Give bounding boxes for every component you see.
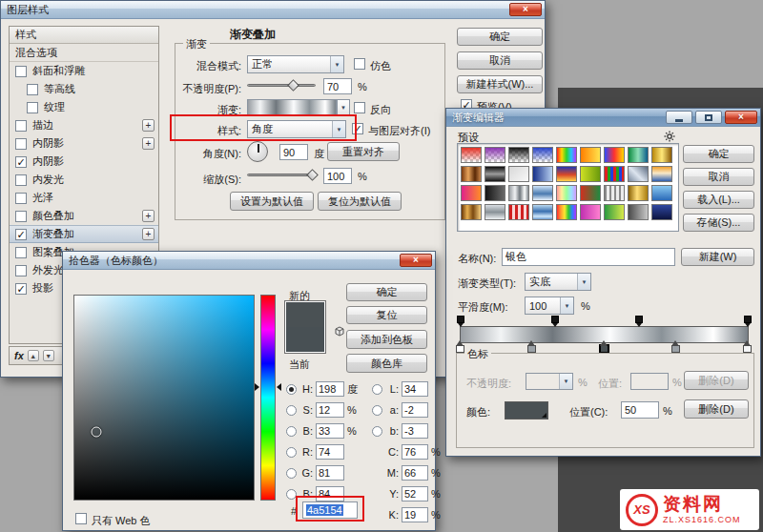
- ok-button[interactable]: 确定: [457, 28, 543, 46]
- color-location-input[interactable]: 50: [621, 401, 659, 419]
- color-libraries-button[interactable]: 颜色库: [346, 354, 427, 373]
- add-effect-icon[interactable]: +: [142, 137, 155, 150]
- gradient-preset-29[interactable]: [508, 204, 529, 220]
- ok-button[interactable]: 确定: [346, 283, 427, 301]
- layer-style-item-1[interactable]: 等高线: [10, 80, 158, 98]
- fx-icon[interactable]: fx: [14, 350, 24, 361]
- cancel-button[interactable]: 取消: [683, 168, 754, 186]
- gradient-preset-7[interactable]: [628, 147, 649, 163]
- layer-style-item-6[interactable]: 内发光: [10, 171, 158, 189]
- gear-icon[interactable]: [662, 129, 677, 144]
- gradient-preset-17[interactable]: [651, 166, 672, 182]
- gradient-preset-1[interactable]: [485, 147, 505, 163]
- gradient-preset-13[interactable]: [556, 166, 577, 182]
- gradient-preset-0[interactable]: [461, 147, 482, 163]
- gamut-cube-icon[interactable]: [333, 325, 345, 339]
- angle-dial[interactable]: [247, 141, 268, 162]
- field-radio[interactable]: [286, 426, 297, 437]
- gradient-preset-33[interactable]: [604, 204, 625, 220]
- delete-color-stop-button[interactable]: 删除(D): [684, 399, 749, 419]
- reverse-checkbox[interactable]: [354, 102, 365, 113]
- close-icon[interactable]: ×: [400, 254, 432, 267]
- style-checkbox[interactable]: [27, 102, 38, 113]
- field-radio[interactable]: [286, 489, 297, 500]
- gradient-preset-14[interactable]: [580, 166, 601, 182]
- gradient-preset-8[interactable]: [651, 147, 672, 163]
- gradient-type-dropdown[interactable]: 实底 ▼: [525, 273, 591, 291]
- name-input[interactable]: 银色: [502, 248, 675, 266]
- smoothness-input[interactable]: 100 ▼: [525, 297, 574, 315]
- gradient-preview-strip[interactable]: [247, 99, 337, 115]
- color-stop[interactable]: [456, 345, 464, 353]
- load-button[interactable]: 载入(L)...: [683, 191, 754, 209]
- blend-mode-dropdown[interactable]: 正常 ▼: [247, 55, 344, 73]
- gradient-picker-button[interactable]: ▼: [337, 99, 350, 115]
- style-checkbox[interactable]: [15, 138, 27, 150]
- style-checkbox[interactable]: [15, 120, 27, 132]
- layer-style-item-8[interactable]: 颜色叠加+: [10, 207, 158, 225]
- gradient-preset-32[interactable]: [580, 204, 601, 220]
- add-effect-icon[interactable]: +: [142, 228, 155, 240]
- layer-style-item-9[interactable]: ✓渐变叠加+: [10, 225, 158, 243]
- gradient-preset-11[interactable]: [508, 166, 529, 182]
- gradient-preset-22[interactable]: [556, 185, 577, 201]
- gradient-preset-5[interactable]: [580, 147, 601, 163]
- style-checkbox[interactable]: [27, 84, 38, 95]
- color-field-marker[interactable]: [91, 427, 101, 438]
- field-input[interactable]: 33: [316, 423, 344, 439]
- style-checkbox[interactable]: ✓: [15, 156, 27, 168]
- field-radio[interactable]: [372, 384, 382, 395]
- gradient-preset-2[interactable]: [508, 147, 529, 163]
- move-down-icon[interactable]: ▼: [43, 350, 54, 361]
- gradient-preset-24[interactable]: [604, 185, 625, 201]
- field-input[interactable]: 19: [402, 507, 428, 522]
- gradient-preset-21[interactable]: [532, 185, 553, 201]
- layer-style-item-4[interactable]: 内阴影+: [10, 134, 158, 153]
- opacity-stop[interactable]: [744, 316, 752, 323]
- style-checkbox[interactable]: ✓: [15, 283, 27, 295]
- blending-options-item[interactable]: 混合选项: [10, 44, 158, 62]
- new-style-button[interactable]: 新建样式(W)...: [457, 75, 543, 93]
- gradient-editor-titlebar[interactable]: 渐变编辑器 ×: [446, 109, 760, 127]
- field-radio[interactable]: [286, 384, 297, 395]
- gradient-preset-6[interactable]: [604, 147, 625, 163]
- field-radio[interactable]: [372, 426, 382, 437]
- gradient-preset-35[interactable]: [651, 204, 672, 220]
- field-input[interactable]: -3: [402, 423, 428, 439]
- field-radio[interactable]: [286, 447, 297, 458]
- style-checkbox[interactable]: [15, 174, 27, 186]
- ok-button[interactable]: 确定: [683, 145, 754, 163]
- align-checkbox[interactable]: ✓: [352, 123, 363, 134]
- gradient-preset-10[interactable]: [485, 166, 505, 182]
- gradient-preset-34[interactable]: [628, 204, 649, 220]
- field-radio[interactable]: [372, 405, 382, 416]
- maximize-icon[interactable]: [695, 111, 722, 124]
- gradient-preset-15[interactable]: [604, 166, 625, 182]
- style-checkbox[interactable]: [15, 265, 27, 276]
- color-stop[interactable]: [600, 345, 608, 353]
- opacity-stop[interactable]: [635, 316, 643, 323]
- minimize-icon[interactable]: [666, 111, 692, 124]
- opacity-stop[interactable]: [457, 316, 464, 323]
- field-input[interactable]: 74: [316, 444, 344, 460]
- opacity-slider[interactable]: [247, 80, 316, 92]
- field-input[interactable]: 81: [316, 465, 344, 481]
- field-input[interactable]: 84: [316, 486, 344, 501]
- scale-input[interactable]: 100: [323, 168, 352, 184]
- reset-default-button[interactable]: 复位为默认值: [318, 192, 402, 211]
- hue-slider[interactable]: [260, 295, 276, 501]
- add-effect-icon[interactable]: +: [142, 119, 155, 132]
- make-default-button[interactable]: 设置为默认值: [230, 192, 314, 211]
- cancel-button[interactable]: 取消: [457, 51, 543, 70]
- gradient-preset-12[interactable]: [532, 166, 553, 182]
- color-field[interactable]: [73, 295, 255, 501]
- style-checkbox[interactable]: [15, 247, 27, 258]
- gradient-preset-20[interactable]: [508, 185, 529, 201]
- gradient-preset-30[interactable]: [532, 204, 553, 220]
- field-input[interactable]: 12: [316, 402, 344, 418]
- opacity-stop[interactable]: [551, 316, 559, 323]
- gradient-preset-19[interactable]: [485, 185, 505, 201]
- field-input[interactable]: 52: [402, 486, 428, 501]
- layer-style-item-7[interactable]: 光泽: [10, 189, 158, 207]
- gradient-preset-27[interactable]: [461, 204, 482, 220]
